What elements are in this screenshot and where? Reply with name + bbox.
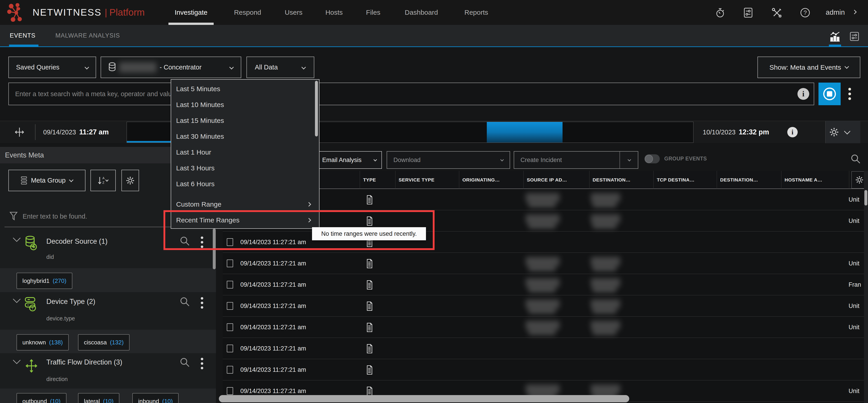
create-incident-button[interactable]: Create Incident <box>514 151 638 169</box>
redacted-destination <box>593 222 616 229</box>
settings-panel-icon[interactable] <box>849 31 860 41</box>
tools-icon[interactable] <box>771 7 782 18</box>
kebab-menu-icon[interactable] <box>201 358 203 369</box>
meta-value-pill[interactable]: inbound (10) <box>132 393 179 403</box>
meta-value-count[interactable]: (10) <box>103 398 114 403</box>
menu-item-custom-range[interactable]: Custom Range <box>171 196 319 212</box>
gear-icon[interactable] <box>829 127 839 137</box>
meta-section-title[interactable]: Decoder Source (1) <box>46 237 107 246</box>
menu-item-last-3-hours[interactable]: Last 3 Hours <box>171 160 319 176</box>
row-checkbox[interactable] <box>227 281 233 288</box>
time-range-dropdown[interactable]: All Data <box>246 57 314 78</box>
preferences-icon[interactable] <box>743 7 753 18</box>
menu-item-last-30-minutes[interactable]: Last 30 Minutes <box>171 128 319 144</box>
menu-item-last-6-hours[interactable]: Last 6 Hours <box>171 176 319 192</box>
download-dropdown[interactable]: Download <box>386 151 510 169</box>
menu-scrollbar[interactable] <box>315 81 318 137</box>
nav-item-reports[interactable]: Reports <box>460 0 493 25</box>
meta-section-title[interactable]: Traffic Flow Direction (3) <box>46 358 122 366</box>
event-row[interactable]: 09/14/2023 11:27:21 am Unit <box>223 317 868 338</box>
menu-item-last-1-hour[interactable]: Last 1 Hour <box>171 144 319 160</box>
sort-order-button[interactable]: A Z <box>90 170 116 191</box>
event-row[interactable]: 09/14/2023 11:27:21 am Unit <box>223 295 868 317</box>
column-header-tcp-destination[interactable]: TCP DESTINA… <box>653 171 717 189</box>
meta-group-dropdown[interactable]: Meta Group <box>8 170 86 191</box>
menu-item-last-10-minutes[interactable]: Last 10 Minutes <box>171 97 319 113</box>
meta-value-pill[interactable]: ciscoasa (132) <box>78 334 129 350</box>
stop-query-button[interactable] <box>818 83 841 105</box>
meta-value-pill[interactable]: lateral (10) <box>78 393 119 403</box>
chevron-down-icon[interactable] <box>844 128 850 135</box>
column-header-hostname[interactable]: HOSTNAME A… <box>781 171 849 189</box>
search-icon[interactable] <box>179 235 190 247</box>
timeline-selection[interactable] <box>487 122 562 143</box>
row-checkbox[interactable] <box>227 260 233 267</box>
row-checkbox[interactable] <box>227 345 233 352</box>
search-input[interactable] <box>9 90 798 98</box>
meta-value-pill[interactable]: outbound (10) <box>17 393 66 403</box>
row-checkbox[interactable] <box>227 387 233 395</box>
meta-value-count[interactable]: (138) <box>49 339 63 346</box>
column-header-source-ip[interactable]: SOURCE IP AD… <box>523 171 589 189</box>
chart-view-icon[interactable] <box>830 31 840 42</box>
nav-item-dashboard[interactable]: Dashboard <box>399 0 443 25</box>
timer-icon[interactable] <box>715 7 725 18</box>
meta-value-count[interactable]: (10) <box>162 398 173 403</box>
collapse-chevron-icon[interactable] <box>12 237 21 242</box>
resize-horizontal-icon[interactable] <box>14 127 25 138</box>
event-row[interactable]: 09/14/2023 11:27:21 am Unit <box>223 253 868 274</box>
meta-value-count[interactable]: (132) <box>110 339 124 346</box>
column-header-service-type[interactable]: SERVICE TYPE <box>395 171 459 189</box>
event-row[interactable]: Unit <box>223 189 868 210</box>
table-horizontal-scrollbar[interactable] <box>219 395 629 402</box>
table-vertical-scrollbar[interactable] <box>864 171 868 403</box>
menu-item-last-5-minutes[interactable]: Last 5 Minutes <box>171 81 319 97</box>
nav-item-respond[interactable]: Respond <box>230 0 265 25</box>
email-analysis-dropdown[interactable]: Email Analysis <box>316 151 382 169</box>
row-time: 09/14/2023 11:27:21 am <box>240 359 306 380</box>
info-icon[interactable]: i <box>798 88 809 100</box>
tab-malware-analysis[interactable]: MALWARE ANALYSIS <box>55 25 120 47</box>
event-row[interactable]: 09/14/2023 11:27:21 am <box>223 359 868 380</box>
search-icon[interactable] <box>850 153 861 164</box>
menu-item-recent-time-ranges[interactable]: Recent Time Ranges <box>171 212 319 228</box>
row-checkbox[interactable] <box>227 323 233 331</box>
nav-item-investigate[interactable]: Investigate <box>168 0 214 25</box>
nav-item-users[interactable]: Users <box>283 0 304 25</box>
row-checkbox[interactable] <box>227 302 233 310</box>
panel-scrollbar[interactable] <box>213 229 216 269</box>
column-header-destination-2[interactable]: DESTINATION… <box>717 171 781 189</box>
row-checkbox[interactable] <box>227 238 233 246</box>
search-icon[interactable] <box>179 296 190 307</box>
meta-value-count[interactable]: (10) <box>50 398 60 403</box>
meta-value-count[interactable]: (270) <box>53 278 66 284</box>
kebab-menu-icon[interactable] <box>201 297 203 309</box>
nav-item-files[interactable]: Files <box>364 0 383 25</box>
event-row[interactable]: 09/14/2023 11:27:21 am <box>223 338 868 359</box>
menu-item-last-15-minutes[interactable]: Last 15 Minutes <box>171 113 319 128</box>
column-header-type[interactable]: TYPE <box>360 171 395 189</box>
help-icon[interactable]: ? <box>800 7 810 18</box>
search-icon[interactable] <box>179 357 190 368</box>
nav-item-hosts[interactable]: Hosts <box>323 0 345 25</box>
row-checkbox[interactable] <box>227 366 233 374</box>
tab-events[interactable]: EVENTS <box>10 25 35 47</box>
column-header-originating[interactable]: ORIGINATING… <box>459 171 523 189</box>
show-mode-dropdown[interactable]: Show: Meta and Events <box>757 57 860 78</box>
group-events-toggle[interactable] <box>644 154 660 163</box>
collapse-chevron-icon[interactable] <box>12 359 21 365</box>
search-options-kebab-menu[interactable] <box>848 88 851 100</box>
kebab-menu-icon[interactable] <box>201 236 203 248</box>
meta-settings-button[interactable] <box>121 170 139 191</box>
saved-queries-dropdown[interactable]: Saved Queries <box>8 57 96 78</box>
netwitness-logo[interactable]: NETWITNESS | Platform <box>6 3 145 22</box>
meta-section-title[interactable]: Device Type (2) <box>46 297 95 306</box>
user-menu[interactable]: admin <box>826 0 845 25</box>
info-icon[interactable]: i <box>787 127 798 137</box>
column-header-destination[interactable]: DESTINATION… <box>589 171 653 189</box>
event-row[interactable]: 09/14/2023 11:27:21 am Fran <box>223 274 868 295</box>
service-dropdown[interactable]: - Concentrator <box>101 57 241 78</box>
meta-value-pill[interactable]: loghybrid1 (270) <box>17 273 72 289</box>
meta-value-pill[interactable]: unknown (138) <box>17 334 69 350</box>
collapse-chevron-icon[interactable] <box>12 298 21 304</box>
